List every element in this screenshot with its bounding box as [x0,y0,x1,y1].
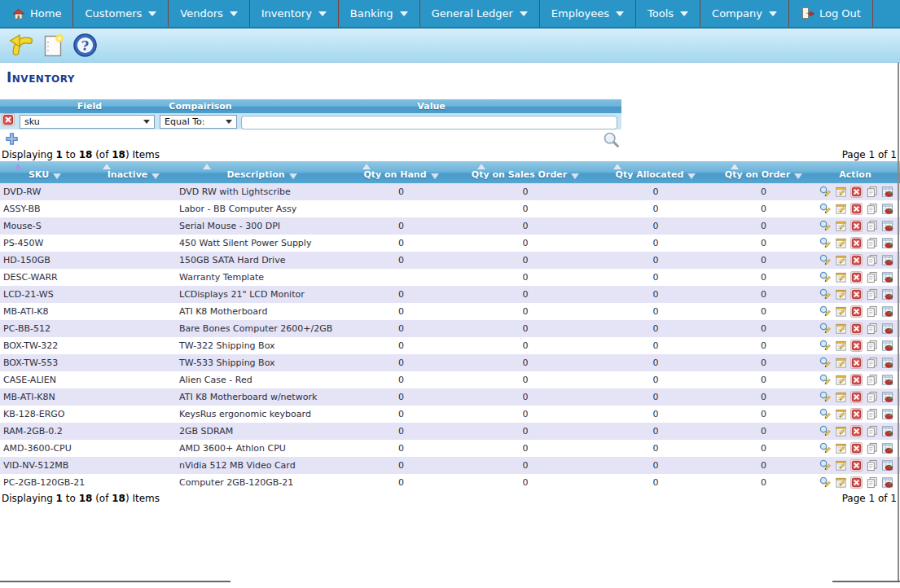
nav-item-home[interactable]: Home [0,0,73,27]
sort-desc-icon[interactable] [794,173,802,179]
sort-desc-icon[interactable] [151,173,160,179]
filter-field-select[interactable]: sku [20,115,155,129]
edit-item-icon[interactable] [835,459,847,472]
view-item-icon[interactable] [819,288,832,301]
report-item-icon[interactable] [881,271,893,283]
delete-item-icon[interactable] [850,288,863,301]
delete-item-icon[interactable] [850,340,863,352]
report-item-icon[interactable] [881,408,893,420]
nav-item-customers[interactable]: Customers [73,0,169,27]
view-item-icon[interactable] [819,220,832,232]
sort-asc-icon[interactable] [362,164,371,169]
view-item-icon[interactable] [819,305,832,318]
copy-item-icon[interactable] [866,374,878,386]
nav-item-banking[interactable]: Banking [339,0,420,27]
copy-item-icon[interactable] [866,203,878,215]
delete-item-icon[interactable] [850,425,863,437]
column-header-inactive[interactable]: Inactive [90,161,178,183]
view-item-icon[interactable] [819,408,832,420]
column-header-description[interactable]: Description [178,161,346,183]
sort-desc-icon[interactable] [289,173,297,179]
copy-item-icon[interactable] [866,391,878,403]
delete-item-icon[interactable] [850,391,863,403]
copy-item-icon[interactable] [866,340,878,352]
sort-asc-icon[interactable] [103,164,111,169]
sort-asc-icon[interactable] [477,164,485,169]
new-item-button[interactable] [42,33,64,58]
remove-filter-button[interactable] [2,113,15,126]
edit-item-icon[interactable] [835,425,847,437]
copy-item-icon[interactable] [866,442,878,454]
copy-item-icon[interactable] [866,254,878,266]
view-item-icon[interactable] [819,323,832,335]
report-item-icon[interactable] [881,476,893,489]
filter-comparison-select[interactable]: Equal To: [160,115,237,129]
edit-item-icon[interactable] [835,254,847,266]
edit-item-icon[interactable] [835,323,847,335]
edit-item-icon[interactable] [835,391,847,403]
sort-desc-icon[interactable] [571,173,579,179]
sort-asc-icon[interactable] [14,164,22,169]
delete-item-icon[interactable] [850,374,863,386]
delete-item-icon[interactable] [850,237,863,249]
view-item-icon[interactable] [819,186,832,198]
view-item-icon[interactable] [819,374,832,386]
back-button[interactable] [8,33,34,59]
report-item-icon[interactable] [881,459,893,472]
view-item-icon[interactable] [819,425,832,437]
view-item-icon[interactable] [819,442,832,454]
nav-item-general-ledger[interactable]: General Ledger [420,0,540,27]
copy-item-icon[interactable] [866,288,878,301]
report-item-icon[interactable] [881,203,893,215]
sort-desc-icon[interactable] [687,173,696,179]
edit-item-icon[interactable] [835,357,847,369]
copy-item-icon[interactable] [866,323,878,335]
column-header-sku[interactable]: SKU [0,161,90,183]
delete-item-icon[interactable] [850,220,863,232]
nav-item-company[interactable]: Company [700,0,789,27]
edit-item-icon[interactable] [835,237,847,249]
copy-item-icon[interactable] [866,459,878,472]
delete-item-icon[interactable] [850,323,863,335]
view-item-icon[interactable] [819,391,832,403]
edit-item-icon[interactable] [835,340,847,352]
nav-item-logout[interactable]: Log Out [789,0,873,27]
copy-item-icon[interactable] [866,357,878,369]
nav-item-tools[interactable]: Tools [636,0,700,27]
report-item-icon[interactable] [881,305,893,318]
delete-item-icon[interactable] [850,408,863,420]
delete-item-icon[interactable] [850,476,863,489]
edit-item-icon[interactable] [835,442,847,454]
report-item-icon[interactable] [881,340,893,352]
edit-item-icon[interactable] [835,220,847,232]
view-item-icon[interactable] [819,459,832,472]
column-header-qty-on-sales-order[interactable]: Qty on Sales Order [456,161,595,183]
copy-item-icon[interactable] [866,305,878,318]
delete-item-icon[interactable] [850,254,863,266]
delete-item-icon[interactable] [850,186,863,198]
report-item-icon[interactable] [881,357,893,369]
add-filter-button[interactable] [5,132,19,149]
edit-item-icon[interactable] [835,186,847,198]
report-item-icon[interactable] [881,323,893,335]
sort-desc-icon[interactable] [431,173,439,179]
view-item-icon[interactable] [819,271,832,283]
sort-asc-icon[interactable] [731,164,739,169]
report-item-icon[interactable] [881,220,893,232]
view-item-icon[interactable] [819,357,832,369]
delete-item-icon[interactable] [850,271,863,283]
edit-item-icon[interactable] [835,476,847,489]
nav-item-employees[interactable]: Employees [540,0,636,27]
report-item-icon[interactable] [881,391,893,403]
view-item-icon[interactable] [819,254,832,266]
copy-item-icon[interactable] [866,425,878,437]
sort-desc-icon[interactable] [53,173,61,179]
column-header-qty-on-hand[interactable]: Qty on Hand [346,161,456,183]
report-item-icon[interactable] [881,288,893,301]
report-item-icon[interactable] [881,442,893,454]
report-item-icon[interactable] [881,186,893,198]
delete-item-icon[interactable] [850,459,863,472]
copy-item-icon[interactable] [866,237,878,249]
edit-item-icon[interactable] [835,271,847,283]
copy-item-icon[interactable] [866,220,878,232]
